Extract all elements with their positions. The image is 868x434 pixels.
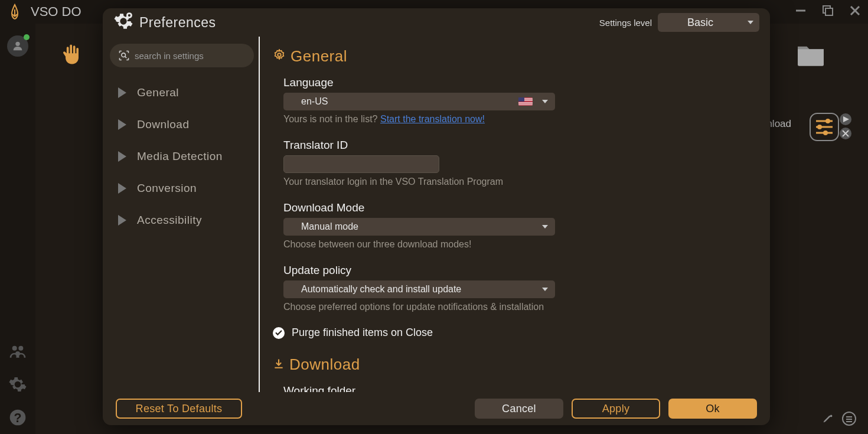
language-select[interactable]: en-US [283, 93, 555, 110]
brush-icon[interactable] [822, 412, 835, 428]
modal-header: Preferences Settings level Basic [103, 8, 770, 37]
nav-item-label: Media Detection [137, 150, 223, 163]
nav-item-label: Download [137, 118, 190, 131]
svg-line-31 [125, 57, 127, 58]
field-hint: Yours is not in the list? Start the tran… [283, 114, 752, 125]
translation-link[interactable]: Start the translation now! [380, 114, 485, 124]
maximize-button[interactable] [820, 2, 836, 19]
svg-point-15 [817, 125, 822, 129]
close-button[interactable] [847, 2, 863, 19]
settings-icon[interactable] [6, 373, 30, 396]
reset-button[interactable]: Reset To Defaults [116, 399, 242, 419]
translator-id-input[interactable] [283, 155, 439, 173]
nav-item-download[interactable]: Download [110, 110, 254, 139]
hand-icon[interactable] [59, 41, 85, 70]
purge-checkbox[interactable] [273, 327, 285, 339]
select-value: Automatically check and install update [301, 284, 461, 295]
field-working-folder: Working folder [283, 384, 752, 392]
settings-level-label: Settings level [599, 18, 652, 28]
svg-point-17 [823, 130, 828, 135]
ok-button[interactable]: Ok [668, 399, 757, 419]
chevron-down-icon [748, 21, 753, 24]
select-value: Manual mode [301, 221, 358, 232]
nav-item-conversion[interactable]: Conversion [110, 174, 254, 203]
svg-point-5 [15, 42, 19, 46]
community-icon[interactable] [6, 340, 30, 363]
nav-item-label: Conversion [137, 182, 197, 195]
download-mode-select[interactable]: Manual mode [283, 218, 555, 236]
field-hint: Choose between our three download modes! [283, 239, 752, 250]
search-icon [118, 50, 130, 61]
gear-outline-icon [273, 47, 286, 66]
play-icon [118, 119, 126, 130]
settings-level-value: Basic [687, 17, 713, 29]
svg-point-13 [825, 119, 830, 123]
minimize-button[interactable] [792, 2, 809, 19]
update-policy-select[interactable]: Automatically check and install update [283, 280, 555, 298]
left-sidebar: ? [0, 24, 35, 434]
field-hint: Your translator login in the VSO Transla… [283, 177, 752, 187]
nav-item-media-detection[interactable]: Media Detection [110, 142, 254, 171]
field-label: Translator ID [283, 139, 752, 152]
download-icon [273, 355, 285, 374]
svg-rect-2 [825, 8, 833, 15]
play-icon [118, 183, 126, 194]
app-title: VSO DO [31, 4, 81, 19]
field-label: Update policy [283, 264, 752, 277]
play-icon [118, 87, 126, 98]
flag-us-icon [518, 97, 533, 106]
modal-footer: Reset To Defaults Cancel Apply Ok [103, 392, 770, 425]
svg-text:?: ? [14, 411, 21, 425]
field-purge: Purge finished items on Close [273, 327, 752, 339]
help-icon[interactable]: ? [6, 406, 30, 429]
nav-item-accessibility[interactable]: Accessibility [110, 205, 254, 235]
section-title: Download [289, 355, 360, 374]
field-label: Language [283, 76, 752, 89]
section-header-download: Download [273, 355, 752, 374]
svg-point-6 [12, 346, 17, 351]
chevron-down-icon [542, 288, 548, 291]
modal-title: Preferences [139, 15, 216, 31]
app-logo-icon [6, 3, 24, 21]
field-label: Working folder [283, 384, 752, 392]
cancel-button[interactable]: Cancel [475, 399, 563, 419]
section-header-general: General [273, 47, 752, 66]
checkbox-label: Purge finished items on Close [292, 327, 433, 339]
nav-item-label: Accessibility [137, 214, 202, 227]
search-box[interactable] [110, 44, 254, 67]
field-download-mode: Download Mode Manual mode Choose between… [283, 201, 752, 250]
apply-button[interactable]: Apply [572, 399, 660, 419]
preferences-sidebar: General Download Media Detection Convers… [105, 37, 260, 392]
select-value: en-US [301, 96, 328, 107]
settings-level-select[interactable]: Basic [658, 13, 759, 32]
nav-item-general[interactable]: General [110, 78, 254, 107]
field-language: Language en-US Yours is not in the list?… [283, 76, 752, 125]
filter-controls[interactable] [809, 112, 856, 144]
search-input[interactable] [135, 51, 247, 61]
nav-item-label: General [137, 86, 179, 99]
preferences-modal: Preferences Settings level Basic General… [103, 8, 770, 425]
play-icon [118, 215, 126, 226]
field-translator-id: Translator ID Your translator login in t… [283, 139, 752, 187]
folder-icon[interactable] [795, 41, 827, 70]
gear-icon [113, 11, 133, 34]
menu-icon[interactable] [842, 412, 856, 428]
chevron-down-icon [542, 225, 548, 229]
section-title: General [291, 47, 347, 66]
svg-point-23 [830, 415, 833, 417]
chevron-down-icon [542, 100, 548, 103]
user-avatar[interactable] [7, 35, 28, 57]
svg-point-7 [18, 346, 23, 351]
field-hint: Choose preferred options for update noti… [283, 302, 752, 312]
svg-point-30 [122, 53, 126, 57]
svg-point-32 [278, 53, 281, 57]
preferences-content[interactable]: General Language en-US Yours is not in t… [260, 37, 770, 392]
field-update-policy: Update policy Automatically check and in… [283, 264, 752, 312]
field-label: Download Mode [283, 201, 752, 214]
svg-point-29 [128, 14, 130, 17]
play-icon [118, 151, 126, 162]
